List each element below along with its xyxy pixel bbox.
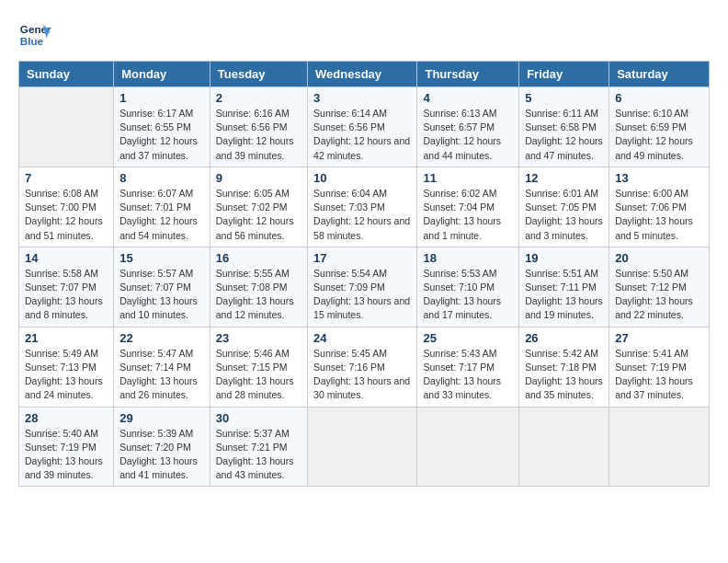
day-info: Sunrise: 5:37 AMSunset: 7:21 PMDaylight:… bbox=[216, 427, 301, 483]
calendar-day-cell: 28 Sunrise: 5:40 AMSunset: 7:19 PMDaylig… bbox=[19, 407, 114, 487]
day-info: Sunrise: 5:41 AMSunset: 7:19 PMDaylight:… bbox=[615, 347, 703, 403]
day-number: 5 bbox=[525, 91, 603, 105]
calendar-day-cell: 12 Sunrise: 6:01 AMSunset: 7:05 PMDaylig… bbox=[519, 167, 609, 247]
day-number: 11 bbox=[423, 171, 513, 185]
day-info: Sunrise: 5:55 AMSunset: 7:08 PMDaylight:… bbox=[216, 267, 301, 323]
day-info: Sunrise: 6:13 AMSunset: 6:57 PMDaylight:… bbox=[423, 107, 513, 163]
calendar-day-cell: 24 Sunrise: 5:45 AMSunset: 7:16 PMDaylig… bbox=[308, 327, 417, 407]
calendar-day-cell bbox=[519, 407, 609, 487]
calendar-day-cell: 20 Sunrise: 5:50 AMSunset: 7:12 PMDaylig… bbox=[609, 247, 710, 327]
calendar-table: SundayMondayTuesdayWednesdayThursdayFrid… bbox=[18, 61, 710, 487]
calendar-day-cell: 17 Sunrise: 5:54 AMSunset: 7:09 PMDaylig… bbox=[308, 247, 417, 327]
day-info: Sunrise: 5:58 AMSunset: 7:07 PMDaylight:… bbox=[25, 267, 108, 323]
day-number: 28 bbox=[25, 411, 108, 425]
calendar-week-row: 14 Sunrise: 5:58 AMSunset: 7:07 PMDaylig… bbox=[19, 247, 710, 327]
calendar-day-cell: 11 Sunrise: 6:02 AMSunset: 7:04 PMDaylig… bbox=[417, 167, 519, 247]
calendar-day-cell: 8 Sunrise: 6:07 AMSunset: 7:01 PMDayligh… bbox=[114, 167, 210, 247]
day-number: 26 bbox=[525, 331, 603, 345]
day-info: Sunrise: 6:14 AMSunset: 6:56 PMDaylight:… bbox=[313, 107, 411, 163]
day-number: 17 bbox=[313, 251, 411, 265]
svg-text:Blue: Blue bbox=[20, 35, 44, 47]
calendar-day-cell: 7 Sunrise: 6:08 AMSunset: 7:00 PMDayligh… bbox=[19, 167, 114, 247]
day-number: 8 bbox=[119, 171, 204, 185]
day-number: 30 bbox=[216, 411, 301, 425]
calendar-day-cell: 29 Sunrise: 5:39 AMSunset: 7:20 PMDaylig… bbox=[114, 407, 210, 487]
day-number: 16 bbox=[216, 251, 301, 265]
day-info: Sunrise: 6:11 AMSunset: 6:58 PMDaylight:… bbox=[525, 107, 603, 163]
weekday-header: Wednesday bbox=[308, 62, 417, 87]
calendar-day-cell: 6 Sunrise: 6:10 AMSunset: 6:59 PMDayligh… bbox=[609, 87, 710, 167]
day-number: 22 bbox=[119, 331, 204, 345]
calendar-day-cell: 16 Sunrise: 5:55 AMSunset: 7:08 PMDaylig… bbox=[210, 247, 307, 327]
page-header: General Blue bbox=[18, 18, 710, 52]
calendar-day-cell: 27 Sunrise: 5:41 AMSunset: 7:19 PMDaylig… bbox=[609, 327, 710, 407]
day-info: Sunrise: 6:02 AMSunset: 7:04 PMDaylight:… bbox=[423, 187, 513, 243]
day-number: 29 bbox=[119, 411, 204, 425]
weekday-header: Friday bbox=[519, 62, 609, 87]
calendar-day-cell: 13 Sunrise: 6:00 AMSunset: 7:06 PMDaylig… bbox=[609, 167, 710, 247]
day-info: Sunrise: 5:50 AMSunset: 7:12 PMDaylight:… bbox=[615, 267, 703, 323]
day-number: 15 bbox=[119, 251, 204, 265]
logo-icon: General Blue bbox=[18, 18, 51, 52]
day-info: Sunrise: 5:53 AMSunset: 7:10 PMDaylight:… bbox=[423, 267, 513, 323]
day-number: 25 bbox=[423, 331, 513, 345]
day-info: Sunrise: 6:00 AMSunset: 7:06 PMDaylight:… bbox=[615, 187, 703, 243]
weekday-header: Thursday bbox=[417, 62, 519, 87]
calendar-day-cell: 25 Sunrise: 5:43 AMSunset: 7:17 PMDaylig… bbox=[417, 327, 519, 407]
calendar-day-cell: 23 Sunrise: 5:46 AMSunset: 7:15 PMDaylig… bbox=[210, 327, 307, 407]
calendar-day-cell: 2 Sunrise: 6:16 AMSunset: 6:56 PMDayligh… bbox=[210, 87, 307, 167]
calendar-day-cell: 14 Sunrise: 5:58 AMSunset: 7:07 PMDaylig… bbox=[19, 247, 114, 327]
calendar-day-cell bbox=[417, 407, 519, 487]
day-number: 2 bbox=[216, 91, 301, 105]
day-number: 3 bbox=[313, 91, 411, 105]
day-number: 13 bbox=[615, 171, 703, 185]
day-info: Sunrise: 5:43 AMSunset: 7:17 PMDaylight:… bbox=[423, 347, 513, 403]
day-info: Sunrise: 6:10 AMSunset: 6:59 PMDaylight:… bbox=[615, 107, 703, 163]
day-number: 24 bbox=[313, 331, 411, 345]
day-number: 6 bbox=[615, 91, 703, 105]
weekday-header: Tuesday bbox=[210, 62, 307, 87]
day-number: 23 bbox=[216, 331, 301, 345]
day-info: Sunrise: 6:08 AMSunset: 7:00 PMDaylight:… bbox=[25, 187, 108, 243]
weekday-header-row: SundayMondayTuesdayWednesdayThursdayFrid… bbox=[19, 62, 710, 87]
calendar-week-row: 21 Sunrise: 5:49 AMSunset: 7:13 PMDaylig… bbox=[19, 327, 710, 407]
calendar-day-cell bbox=[308, 407, 417, 487]
day-info: Sunrise: 6:07 AMSunset: 7:01 PMDaylight:… bbox=[119, 187, 204, 243]
day-info: Sunrise: 5:47 AMSunset: 7:14 PMDaylight:… bbox=[119, 347, 204, 403]
day-number: 19 bbox=[525, 251, 603, 265]
day-number: 4 bbox=[423, 91, 513, 105]
day-info: Sunrise: 5:46 AMSunset: 7:15 PMDaylight:… bbox=[216, 347, 301, 403]
day-number: 12 bbox=[525, 171, 603, 185]
day-number: 20 bbox=[615, 251, 703, 265]
calendar-day-cell: 5 Sunrise: 6:11 AMSunset: 6:58 PMDayligh… bbox=[519, 87, 609, 167]
logo: General Blue bbox=[18, 18, 55, 52]
day-number: 1 bbox=[119, 91, 204, 105]
calendar-day-cell: 9 Sunrise: 6:05 AMSunset: 7:02 PMDayligh… bbox=[210, 167, 307, 247]
calendar-day-cell: 10 Sunrise: 6:04 AMSunset: 7:03 PMDaylig… bbox=[308, 167, 417, 247]
calendar-day-cell: 3 Sunrise: 6:14 AMSunset: 6:56 PMDayligh… bbox=[308, 87, 417, 167]
calendar-week-row: 1 Sunrise: 6:17 AMSunset: 6:55 PMDayligh… bbox=[19, 87, 710, 167]
day-info: Sunrise: 6:05 AMSunset: 7:02 PMDaylight:… bbox=[216, 187, 301, 243]
day-number: 7 bbox=[25, 171, 108, 185]
day-info: Sunrise: 5:49 AMSunset: 7:13 PMDaylight:… bbox=[25, 347, 108, 403]
calendar-week-row: 7 Sunrise: 6:08 AMSunset: 7:00 PMDayligh… bbox=[19, 167, 710, 247]
calendar-day-cell: 15 Sunrise: 5:57 AMSunset: 7:07 PMDaylig… bbox=[114, 247, 210, 327]
weekday-header: Saturday bbox=[609, 62, 710, 87]
day-info: Sunrise: 6:04 AMSunset: 7:03 PMDaylight:… bbox=[313, 187, 411, 243]
calendar-day-cell: 18 Sunrise: 5:53 AMSunset: 7:10 PMDaylig… bbox=[417, 247, 519, 327]
calendar-day-cell: 1 Sunrise: 6:17 AMSunset: 6:55 PMDayligh… bbox=[114, 87, 210, 167]
day-number: 21 bbox=[25, 331, 108, 345]
day-info: Sunrise: 6:01 AMSunset: 7:05 PMDaylight:… bbox=[525, 187, 603, 243]
calendar-day-cell: 26 Sunrise: 5:42 AMSunset: 7:18 PMDaylig… bbox=[519, 327, 609, 407]
day-info: Sunrise: 5:45 AMSunset: 7:16 PMDaylight:… bbox=[313, 347, 411, 403]
day-number: 14 bbox=[25, 251, 108, 265]
day-info: Sunrise: 5:42 AMSunset: 7:18 PMDaylight:… bbox=[525, 347, 603, 403]
day-info: Sunrise: 5:51 AMSunset: 7:11 PMDaylight:… bbox=[525, 267, 603, 323]
weekday-header: Monday bbox=[114, 62, 210, 87]
day-number: 10 bbox=[313, 171, 411, 185]
day-number: 18 bbox=[423, 251, 513, 265]
calendar-week-row: 28 Sunrise: 5:40 AMSunset: 7:19 PMDaylig… bbox=[19, 407, 710, 487]
calendar-day-cell: 21 Sunrise: 5:49 AMSunset: 7:13 PMDaylig… bbox=[19, 327, 114, 407]
day-info: Sunrise: 5:54 AMSunset: 7:09 PMDaylight:… bbox=[313, 267, 411, 323]
calendar-day-cell: 22 Sunrise: 5:47 AMSunset: 7:14 PMDaylig… bbox=[114, 327, 210, 407]
